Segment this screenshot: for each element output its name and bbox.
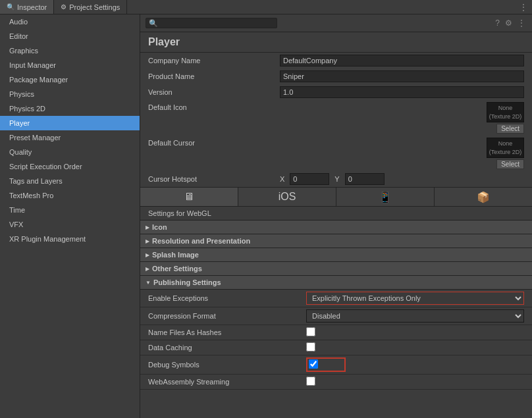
default-cursor-label: Default Cursor — [148, 138, 280, 147]
default-icon-none: None(Texture 2D) — [487, 102, 524, 122]
compression-format-select[interactable]: Disabled Gzip Brotli — [306, 309, 524, 323]
debug-symbols-checkbox[interactable] — [309, 359, 318, 369]
project-settings-tab-label: Project Settings — [69, 3, 120, 11]
section-splash-label: Splash Image — [152, 251, 199, 259]
section-other-label: Other Settings — [152, 265, 202, 273]
top-tab-bar: 🔍 Inspector ⚙ Project Settings ⋮ — [0, 0, 532, 14]
section-publishing-label: Publishing Settings — [153, 278, 221, 286]
sidebar-item-time[interactable]: Time — [0, 203, 140, 217]
section-publishing-header[interactable]: ▼ Publishing Settings — [140, 276, 532, 290]
hotspot-y-label: Y — [334, 175, 339, 183]
settings-icon[interactable]: ⚙ — [504, 17, 514, 29]
other-platform-icon: 📦 — [477, 191, 490, 203]
company-name-row: Company Name — [140, 53, 532, 68]
help-icon[interactable]: ? — [494, 17, 501, 29]
default-icon-select-button[interactable]: Select — [496, 124, 524, 134]
company-name-value — [280, 55, 524, 66]
sidebar-item-physics[interactable]: Physics — [0, 87, 140, 101]
section-icon-label: Icon — [152, 223, 167, 231]
search-box[interactable] — [146, 18, 277, 28]
webassembly-streaming-value — [306, 377, 524, 387]
settings-for-label: Settings for WebGL — [140, 207, 532, 221]
name-files-checkbox[interactable] — [306, 327, 315, 336]
sidebar-item-xr-plugin-management[interactable]: XR Plugin Management — [0, 232, 140, 246]
version-input[interactable] — [280, 86, 524, 98]
version-row: Version — [140, 84, 532, 100]
default-icon-label: Default Icon — [148, 102, 280, 111]
tab-project-settings[interactable]: ⚙ Project Settings — [54, 0, 127, 14]
sidebar-item-audio[interactable]: Audio — [0, 14, 140, 29]
android-icon: 📱 — [379, 191, 392, 203]
desktop-icon: 🖥 — [184, 191, 194, 203]
data-caching-checkbox[interactable] — [306, 342, 315, 352]
sidebar-item-textmesh-pro[interactable]: TextMesh Pro — [0, 188, 140, 203]
section-publishing-triangle: ▼ — [146, 280, 151, 286]
section-splash-header[interactable]: ▶ Splash Image — [140, 248, 532, 262]
platform-tab-other[interactable]: 📦 — [435, 188, 532, 206]
sidebar: Audio Editor Graphics Input Manager Pack… — [0, 14, 140, 418]
player-title: Player — [148, 36, 524, 48]
compression-format-label: Compression Format — [148, 312, 306, 320]
name-files-label: Name Files As Hashes — [148, 328, 306, 336]
more-icon[interactable]: ⋮ — [516, 17, 527, 29]
debug-symbols-label: Debug Symbols — [148, 361, 306, 369]
section-resolution-triangle: ▶ — [146, 238, 149, 244]
default-cursor-select-button[interactable]: Select — [496, 159, 524, 169]
sidebar-item-package-manager[interactable]: Package Manager — [0, 72, 140, 87]
hotspot-y-input[interactable] — [345, 173, 385, 185]
webassembly-streaming-checkbox[interactable] — [306, 377, 315, 386]
product-name-row: Product Name — [140, 68, 532, 84]
product-name-label: Product Name — [148, 72, 280, 80]
platform-tab-desktop[interactable]: 🖥 — [140, 188, 238, 206]
search-input[interactable] — [149, 19, 274, 27]
cursor-hotspot-xy: X Y — [280, 173, 385, 185]
compression-format-row: Compression Format Disabled Gzip Brotli — [140, 307, 532, 325]
section-other-triangle: ▶ — [146, 266, 149, 272]
default-cursor-box: None(Texture 2D) Select — [487, 138, 524, 169]
webassembly-streaming-label: WebAssembly Streaming — [148, 378, 306, 386]
main-layout: Audio Editor Graphics Input Manager Pack… — [0, 14, 532, 418]
content-area: ? ⚙ ⋮ Player Company Name Product Name — [140, 14, 532, 418]
top-bar-right: ⋮ — [519, 0, 532, 14]
cursor-hotspot-label: Cursor Hotspot — [148, 175, 280, 183]
sidebar-item-physics-2d[interactable]: Physics 2D — [0, 101, 140, 116]
sidebar-item-player[interactable]: Player — [0, 116, 140, 130]
sidebar-item-quality[interactable]: Quality — [0, 145, 140, 159]
company-name-input[interactable] — [280, 55, 524, 66]
data-caching-row: Data Caching — [140, 340, 532, 355]
product-name-input[interactable] — [280, 70, 524, 82]
enable-exceptions-select[interactable]: None Explicitly Thrown Exceptions Only F… — [306, 292, 524, 305]
default-icon-box: None(Texture 2D) Select — [487, 102, 524, 134]
sidebar-item-preset-manager[interactable]: Preset Manager — [0, 130, 140, 145]
sidebar-item-graphics[interactable]: Graphics — [0, 43, 140, 58]
gear-icon: ⚙ — [61, 3, 66, 11]
sidebar-item-script-execution-order[interactable]: Script Execution Order — [0, 159, 140, 174]
sidebar-item-editor[interactable]: Editor — [0, 29, 140, 43]
tab-inspector[interactable]: 🔍 Inspector — [0, 0, 54, 14]
section-icon-header[interactable]: ▶ Icon — [140, 221, 532, 234]
default-cursor-none: None(Texture 2D) — [487, 138, 524, 158]
top-bar-menu-icon[interactable]: ⋮ — [519, 2, 528, 13]
platform-tab-android[interactable]: 📱 — [336, 188, 435, 206]
sidebar-item-input-manager[interactable]: Input Manager — [0, 58, 140, 72]
scrollable-content[interactable]: Company Name Product Name Version — [140, 53, 532, 418]
content-header: ? ⚙ ⋮ — [140, 14, 532, 32]
name-files-row: Name Files As Hashes — [140, 325, 532, 340]
sidebar-item-tags-and-layers[interactable]: Tags and Layers — [0, 174, 140, 188]
section-icon-triangle: ▶ — [146, 224, 149, 230]
section-resolution-header[interactable]: ▶ Resolution and Presentation — [140, 234, 532, 248]
company-name-label: Company Name — [148, 57, 280, 65]
platform-tab-ios[interactable]: iOS — [238, 188, 336, 206]
sidebar-item-vfx[interactable]: VFX — [0, 217, 140, 232]
hotspot-x-label: X — [280, 175, 284, 183]
hotspot-x-input[interactable] — [290, 173, 329, 185]
enable-exceptions-value: None Explicitly Thrown Exceptions Only F… — [306, 292, 524, 305]
section-other-header[interactable]: ▶ Other Settings — [140, 262, 532, 276]
header-icons: ? ⚙ ⋮ — [494, 17, 527, 29]
enable-exceptions-label: Enable Exceptions — [148, 294, 306, 302]
inspector-tab-label: Inspector — [17, 3, 47, 11]
enable-exceptions-row: Enable Exceptions None Explicitly Thrown… — [140, 290, 532, 307]
name-files-value — [306, 327, 524, 338]
debug-symbols-row: Debug Symbols — [140, 355, 532, 375]
data-caching-label: Data Caching — [148, 344, 306, 352]
